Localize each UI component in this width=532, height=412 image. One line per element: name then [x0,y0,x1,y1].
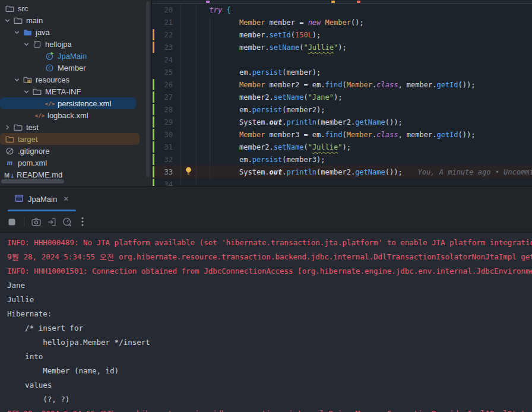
code-line-25[interactable]: 25 em.persist(member); [153,66,532,78]
line-number[interactable]: 30 [153,128,181,141]
stop-icon[interactable] [4,214,20,230]
line-number[interactable]: 32 [153,153,181,166]
gutter-icon-column[interactable] [181,91,197,103]
chevron-down-icon[interactable] [21,41,31,47]
line-number[interactable]: 20 [153,4,181,16]
camera-icon[interactable] [28,214,44,230]
gutter-icon-column[interactable] [181,4,197,16]
tree-item-member[interactable]: CMember [0,62,151,74]
tree-item-pom-xml[interactable]: mpom.xml [0,157,151,169]
code-line-21[interactable]: 21 Member member = new Member(); [153,16,532,28]
gauge-icon[interactable] [59,214,75,230]
vcs-change-marker[interactable] [153,91,154,103]
line-number[interactable]: 28 [153,103,181,116]
code-editor[interactable]: 20 try {21 Member member = new Member();… [153,0,532,186]
tree-item-jpamain[interactable]: CJpaMain [0,50,151,62]
code-line-33[interactable]: 33 System.out.println(member2.getName())… [153,166,532,178]
gutter-icon-column[interactable] [181,53,197,66]
code-text[interactable]: member2.setName("Jullie"); [197,143,351,151]
code-line-23[interactable]: 23 member.setName("Jullie"); [153,41,532,53]
code-line-20[interactable]: 20 try { [153,4,532,16]
gutter-icon-column[interactable] [181,28,197,41]
tree-item-meta-inf[interactable]: META-INF [0,85,151,97]
code-line-22[interactable]: 22 member.setId(150L); [153,28,532,41]
line-number[interactable]: 31 [153,141,181,153]
code-text[interactable]: Member member = new Member(); [197,18,364,27]
gutter-icon-column[interactable] [181,103,197,116]
vcs-change-marker[interactable] [153,141,154,153]
lightbulb-icon[interactable] [185,167,192,177]
gutter-icon-column[interactable] [181,116,197,128]
line-number[interactable]: 26 [153,78,181,91]
gutter-icon-column[interactable] [181,66,197,78]
vcs-change-marker[interactable] [153,179,154,186]
gutter-icon-column[interactable] [181,178,197,186]
code-text[interactable]: em.persist(member2); [197,106,325,114]
code-text[interactable]: System.out.println(member2.getName()); [197,168,403,176]
gutter-icon-column[interactable] [181,128,197,141]
code-line-32[interactable]: 32 em.persist(member3); [153,153,532,166]
tree-item-main[interactable]: main [0,14,151,26]
attach-icon[interactable] [44,214,59,230]
gutter-icon-column[interactable] [181,78,197,91]
chevron-right-icon[interactable] [2,124,12,131]
vcs-change-marker[interactable] [153,116,154,128]
line-number[interactable]: 34 [153,178,181,186]
vcs-change-marker[interactable] [153,129,154,140]
code-text[interactable]: System.out.println(member2.getName()); [197,118,403,126]
project-vertical-scrollbar[interactable] [146,1,150,177]
chevron-down-icon[interactable] [12,29,22,36]
tree-item-target[interactable]: target [0,133,140,145]
code-line-29[interactable]: 29 System.out.println(member2.getName())… [153,116,532,128]
code-line-24[interactable]: 24 [153,53,532,66]
code-text[interactable]: member.setId(150L); [197,31,321,39]
tree-item-persistence-xml[interactable]: </>persistence.xml [0,97,136,109]
vcs-change-marker[interactable] [153,154,154,165]
line-number[interactable]: 29 [153,116,181,128]
code-line-31[interactable]: 31 member2.setName("Jullie"); [153,141,532,153]
project-tree-panel[interactable]: srcmainjavahellojpaCJpaMainCMemberresour… [0,0,152,186]
code-line-34[interactable]: 34 [153,178,532,186]
tree-item-gitignore[interactable]: .gitignore [0,145,151,157]
vcs-change-marker[interactable] [153,166,154,178]
tree-item-java[interactable]: java [0,26,151,38]
tree-item-hellojpa[interactable]: hellojpa [0,38,151,50]
line-number[interactable]: 25 [153,66,181,78]
line-number[interactable]: 22 [153,28,181,41]
vcs-change-marker[interactable] [153,42,154,53]
chevron-down-icon[interactable] [12,77,22,83]
code-line-27[interactable]: 27 member2.setName("Jane"); [153,91,532,103]
kebab-menu-icon[interactable] [75,214,90,230]
tree-item-test[interactable]: test [0,121,151,133]
line-number[interactable]: 21 [153,16,181,28]
gutter-icon-column[interactable] [181,16,197,28]
code-line-26[interactable]: 26 Member member2 = em.find(Member.class… [153,78,532,91]
code-text[interactable]: em.persist(member); [197,68,321,77]
code-text[interactable]: member.setName("Jullie"); [197,43,347,52]
code-line-30[interactable]: 30 Member member3 = em.find(Member.class… [153,128,532,141]
code-text[interactable]: em.persist(member3); [197,156,325,164]
project-horizontal-scrollbar[interactable] [1,179,64,183]
tree-item-src[interactable]: src [0,2,151,14]
line-number[interactable]: 23 [153,41,181,53]
code-text[interactable]: Member member3 = em.find(Member.class, m… [197,131,475,139]
tree-item-readme-md[interactable]: M↓README.md [0,169,151,180]
gutter-icon-column[interactable] [181,166,197,178]
vcs-change-marker[interactable] [153,29,154,40]
code-text[interactable]: Member member2 = em.find(Member.class, m… [197,81,475,89]
close-tab-icon[interactable]: ✕ [63,195,69,203]
code-text[interactable]: try { [197,6,231,14]
code-text[interactable]: member2.setName("Jane"); [197,93,342,102]
code-line-28[interactable]: 28 em.persist(member2); [153,103,532,116]
line-number[interactable]: 33 [153,166,181,178]
vcs-change-marker[interactable] [153,104,154,115]
gutter-icon-column[interactable] [181,153,197,166]
tree-item-resources[interactable]: resources [0,74,151,85]
gutter-icon-column[interactable] [181,41,197,53]
tree-item-logback-xml[interactable]: </>logback.xml [0,109,151,121]
chevron-down-icon[interactable] [21,88,31,95]
line-number[interactable]: 24 [153,53,181,66]
line-number[interactable]: 27 [153,91,181,103]
chevron-down-icon[interactable] [2,17,12,24]
console-output[interactable]: INFO: HHH000489: No JTA platform availab… [0,233,532,412]
